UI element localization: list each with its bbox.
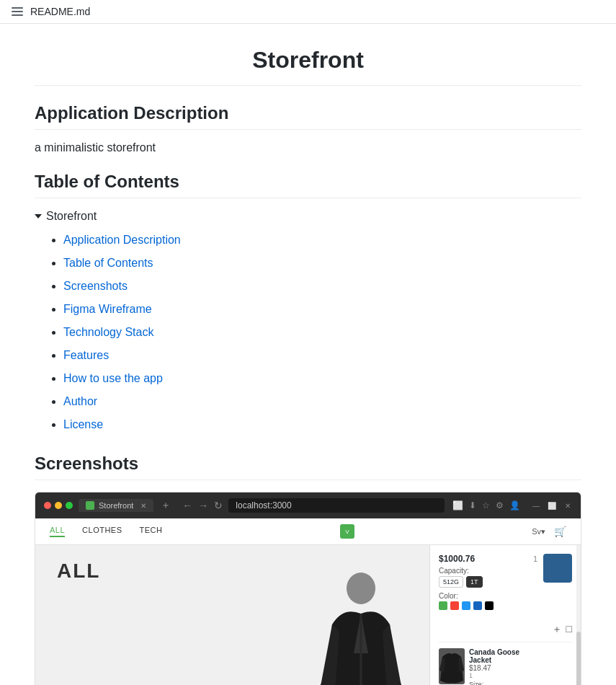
toc-link-license[interactable]: License [63,418,103,430]
toc-link-app-description[interactable]: Application Description [63,234,181,246]
cart-divider [439,642,572,642]
bookmark-icon: ☆ [482,500,490,511]
list-item: License [63,413,581,436]
screen-share-icon: ⬜ [452,500,463,511]
nav-link-tech[interactable]: TECH [140,526,163,537]
cart-item-jacket: Canada Goose Jacket $18.47 1 Size: S M L [439,648,572,685]
cart-item-jacket-thumbnail [439,648,465,684]
section-heading-toc: Table of Contents [35,172,581,198]
color-darkblue-swatch[interactable] [473,601,482,610]
category-label: ALL [57,560,100,583]
nav-link-all[interactable]: ALL [50,526,65,537]
list-item: Figma Wireframe [63,298,581,321]
product-qty: 1 [533,554,537,563]
tab-favicon [86,501,94,510]
list-item: Screenshots [63,275,581,298]
color-black-swatch[interactable] [485,601,494,610]
minimize-window-button[interactable] [55,502,62,509]
window-close-icon[interactable]: ✕ [563,501,572,510]
product-action-buttons: ＋ □ [439,623,572,636]
toc-link-tech[interactable]: Technology Stack [63,326,153,338]
cart-item-name2: Jacket [469,656,572,664]
browser-action-icons: ⬜ ⬇ ☆ ⚙ 👤 [452,500,520,511]
add-product-button[interactable]: ＋ [552,623,562,636]
screenshot-container: Storefront ✕ ＋ ← → ↻ localhost:3000 ⬜ ⬇ … [35,492,581,685]
jacket-product-area [314,567,408,685]
product-price: $1000.76 [439,554,475,564]
capacity-1t-button[interactable]: 1T [466,576,483,588]
color-label: Color: [439,592,537,600]
jacket-product-image [314,567,408,685]
screenshots-section: Screenshots Storefront ✕ ＋ ← → [35,454,581,685]
sidebar-cart: $1000.76 1 Capacity: 512G 1T Color: [429,545,581,685]
browser-traffic-lights [44,502,73,509]
toc-list: Application Description Table of Content… [35,229,581,436]
page-title: Storefront [35,47,581,86]
window-minimize-icon[interactable]: — [532,501,540,510]
window-controls: — ⬜ ✕ [532,501,572,510]
toc-link-features[interactable]: Features [63,349,109,361]
toc-link-how-to[interactable]: How to use the app [63,372,163,384]
new-tab-icon[interactable]: ＋ [161,499,171,512]
scrollbar-track[interactable] [576,545,581,685]
list-item: Technology Stack [63,321,581,344]
toc-parent-item: Storefront [35,210,581,223]
filename-label: README.md [30,6,90,17]
forward-button[interactable]: → [198,500,208,511]
download-icon: ⬇ [469,500,476,511]
size-label: Size: [469,681,572,685]
back-button[interactable]: ← [182,500,192,511]
nav-links: ALL CLOTHES TECH [50,526,163,537]
capacity-label: Capacity: [439,567,537,575]
toc-link-author[interactable]: Author [63,395,97,407]
cart-item-info: Canada Goose Jacket $18.47 1 Size: S M L [469,648,572,685]
address-bar[interactable]: localhost:3000 [228,498,445,513]
triangle-icon [35,214,42,218]
close-window-button[interactable] [44,502,51,509]
list-item: Application Description [63,229,581,252]
browser-tab[interactable]: Storefront ✕ [79,499,153,512]
color-red-swatch[interactable] [450,601,459,610]
nav-right-controls: Sv▾ 🛒 [532,526,566,537]
shoe-product-image [50,668,194,685]
color-swatches [439,601,537,610]
cart-item-qty-label: 1 [469,672,473,679]
tab-close-icon[interactable]: ✕ [140,502,146,510]
cart-item-price: $18.47 [469,664,572,672]
maximize-window-button[interactable] [66,502,73,509]
tab-label: Storefront [99,501,133,510]
profile-icon: 👤 [509,500,520,511]
section-heading-screenshots: Screenshots [35,454,581,480]
cart-item-name: Canada Goose [469,648,572,656]
app-logo: V [340,524,354,539]
list-item: Features [63,344,581,367]
color-blue-swatch[interactable] [462,601,470,610]
capacity-512g-button[interactable]: 512G [439,576,463,588]
app-description-text: a minimalistic storefront [35,141,581,154]
nav-link-clothes[interactable]: CLOTHES [82,526,122,537]
remove-product-button[interactable]: □ [566,623,572,636]
product-thumbnail [543,554,572,583]
user-menu[interactable]: Sv▾ [532,527,545,536]
scrollbar-thumb[interactable] [576,632,581,685]
list-item: How to use the app [63,367,581,390]
list-item: Table of Contents [63,252,581,275]
reload-button[interactable]: ↻ [214,500,223,511]
jacket-thumbnail-image [439,648,465,684]
toc-parent-label: Storefront [46,210,97,223]
app-main-content: ALL [35,545,581,685]
window-restore-icon[interactable]: ⬜ [548,501,556,510]
capacity-options: 512G 1T [439,576,537,588]
cart-icon[interactable]: 🛒 [554,526,566,537]
settings-icon: ⚙ [496,500,504,511]
toc-link-toc[interactable]: Table of Contents [63,257,153,269]
toc-link-screenshots[interactable]: Screenshots [63,280,128,292]
app-navbar: ALL CLOTHES TECH V Sv▾ 🛒 [35,518,581,545]
toc-link-figma[interactable]: Figma Wireframe [63,303,152,315]
toc-section: Table of Contents Storefront Application… [35,172,581,436]
hamburger-icon[interactable] [12,7,23,16]
top-bar: README.md [0,0,616,24]
section-heading-app-description: Application Description [35,103,581,130]
cart-product-detail: $1000.76 1 Capacity: 512G 1T Color: [439,554,572,616]
color-green-swatch[interactable] [439,601,447,610]
